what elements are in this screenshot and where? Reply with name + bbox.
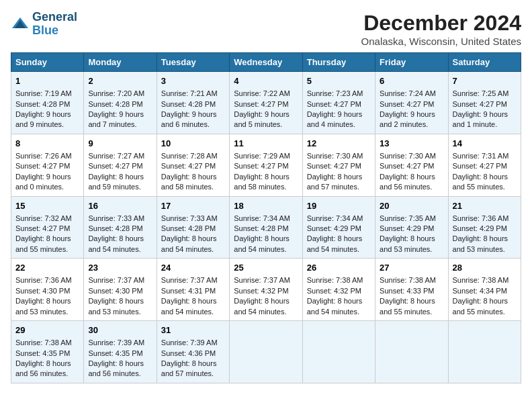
day-info: Sunrise: 7:30 AM Sunset: 4:27 PM Dayligh… xyxy=(380,152,436,191)
day-info: Sunrise: 7:35 AM Sunset: 4:29 PM Dayligh… xyxy=(380,214,436,253)
day-info: Sunrise: 7:21 AM Sunset: 4:28 PM Dayligh… xyxy=(161,89,218,128)
week-row-1: 1Sunrise: 7:19 AM Sunset: 4:28 PM Daylig… xyxy=(11,72,521,134)
calendar-cell xyxy=(375,321,448,383)
day-info: Sunrise: 7:28 AM Sunset: 4:27 PM Dayligh… xyxy=(161,152,218,191)
header: General Blue December 2024 Onalaska, Wis… xyxy=(11,11,521,47)
day-info: Sunrise: 7:20 AM Sunset: 4:28 PM Dayligh… xyxy=(88,89,144,128)
calendar-cell: 8Sunrise: 7:26 AM Sunset: 4:27 PM Daylig… xyxy=(11,134,84,196)
day-info: Sunrise: 7:33 AM Sunset: 4:28 PM Dayligh… xyxy=(88,214,144,253)
day-number: 11 xyxy=(234,138,298,150)
day-info: Sunrise: 7:29 AM Sunset: 4:27 PM Dayligh… xyxy=(234,152,290,191)
day-info: Sunrise: 7:37 AM Sunset: 4:32 PM Dayligh… xyxy=(234,276,290,315)
day-info: Sunrise: 7:25 AM Sunset: 4:27 PM Dayligh… xyxy=(453,89,509,128)
calendar-cell xyxy=(448,321,521,383)
day-number: 25 xyxy=(234,262,298,274)
calendar-cell xyxy=(230,321,302,383)
day-info: Sunrise: 7:27 AM Sunset: 4:27 PM Dayligh… xyxy=(88,152,144,191)
day-number: 9 xyxy=(88,138,152,150)
day-number: 30 xyxy=(88,324,152,336)
day-number: 19 xyxy=(307,200,371,212)
day-info: Sunrise: 7:37 AM Sunset: 4:30 PM Dayligh… xyxy=(88,276,144,315)
calendar-cell: 31Sunrise: 7:39 AM Sunset: 4:36 PM Dayli… xyxy=(157,321,229,383)
day-number: 10 xyxy=(161,138,225,150)
day-info: Sunrise: 7:31 AM Sunset: 4:27 PM Dayligh… xyxy=(453,152,509,191)
calendar-cell: 2Sunrise: 7:20 AM Sunset: 4:28 PM Daylig… xyxy=(84,72,157,134)
day-number: 1 xyxy=(15,75,79,87)
day-number: 22 xyxy=(15,262,79,274)
day-number: 7 xyxy=(453,75,517,87)
calendar-cell: 19Sunrise: 7:34 AM Sunset: 4:29 PM Dayli… xyxy=(302,196,375,259)
calendar-cell: 24Sunrise: 7:37 AM Sunset: 4:31 PM Dayli… xyxy=(157,259,229,321)
day-number: 26 xyxy=(307,262,371,274)
day-info: Sunrise: 7:22 AM Sunset: 4:27 PM Dayligh… xyxy=(234,89,290,128)
logo-line2: Blue xyxy=(32,24,77,38)
day-info: Sunrise: 7:38 AM Sunset: 4:34 PM Dayligh… xyxy=(453,276,509,315)
calendar-cell: 29Sunrise: 7:38 AM Sunset: 4:35 PM Dayli… xyxy=(11,321,84,383)
calendar-cell: 11Sunrise: 7:29 AM Sunset: 4:27 PM Dayli… xyxy=(230,134,302,196)
main-title: December 2024 xyxy=(361,11,521,36)
calendar-cell: 15Sunrise: 7:32 AM Sunset: 4:27 PM Dayli… xyxy=(11,196,84,259)
calendar-table: SundayMondayTuesdayWednesdayThursdayFrid… xyxy=(11,52,521,383)
day-number: 13 xyxy=(380,138,443,150)
day-number: 27 xyxy=(380,262,443,274)
header-day-friday: Friday xyxy=(375,53,448,72)
day-number: 21 xyxy=(453,200,517,212)
calendar-cell: 6Sunrise: 7:24 AM Sunset: 4:27 PM Daylig… xyxy=(375,72,448,134)
logo-line1: General xyxy=(32,11,77,24)
day-number: 17 xyxy=(161,200,225,212)
day-number: 4 xyxy=(234,75,298,87)
calendar-cell: 3Sunrise: 7:21 AM Sunset: 4:28 PM Daylig… xyxy=(157,72,229,134)
day-number: 16 xyxy=(88,200,152,212)
logo: General Blue xyxy=(11,11,77,38)
day-info: Sunrise: 7:19 AM Sunset: 4:28 PM Dayligh… xyxy=(15,89,72,128)
calendar-cell: 16Sunrise: 7:33 AM Sunset: 4:28 PM Dayli… xyxy=(84,196,157,259)
calendar-cell: 30Sunrise: 7:39 AM Sunset: 4:35 PM Dayli… xyxy=(84,321,157,383)
day-info: Sunrise: 7:23 AM Sunset: 4:27 PM Dayligh… xyxy=(307,89,363,128)
day-number: 31 xyxy=(161,324,225,336)
header-day-monday: Monday xyxy=(84,53,157,72)
calendar-cell: 18Sunrise: 7:34 AM Sunset: 4:28 PM Dayli… xyxy=(230,196,302,259)
day-number: 20 xyxy=(380,200,443,212)
calendar-cell: 26Sunrise: 7:38 AM Sunset: 4:32 PM Dayli… xyxy=(302,259,375,321)
day-number: 12 xyxy=(307,138,371,150)
calendar-cell: 21Sunrise: 7:36 AM Sunset: 4:29 PM Dayli… xyxy=(448,196,521,259)
day-info: Sunrise: 7:34 AM Sunset: 4:29 PM Dayligh… xyxy=(307,214,363,253)
calendar-cell: 27Sunrise: 7:38 AM Sunset: 4:33 PM Dayli… xyxy=(375,259,448,321)
day-number: 18 xyxy=(234,200,298,212)
day-info: Sunrise: 7:34 AM Sunset: 4:28 PM Dayligh… xyxy=(234,214,290,253)
calendar-cell: 28Sunrise: 7:38 AM Sunset: 4:34 PM Dayli… xyxy=(448,259,521,321)
day-info: Sunrise: 7:38 AM Sunset: 4:33 PM Dayligh… xyxy=(380,276,436,315)
calendar-cell: 13Sunrise: 7:30 AM Sunset: 4:27 PM Dayli… xyxy=(375,134,448,196)
day-number: 8 xyxy=(15,138,79,150)
title-area: December 2024 Onalaska, Wisconsin, Unite… xyxy=(361,11,521,47)
calendar-cell: 17Sunrise: 7:33 AM Sunset: 4:28 PM Dayli… xyxy=(157,196,229,259)
day-info: Sunrise: 7:36 AM Sunset: 4:30 PM Dayligh… xyxy=(15,276,72,315)
day-number: 28 xyxy=(453,262,517,274)
header-day-tuesday: Tuesday xyxy=(157,53,229,72)
header-row: SundayMondayTuesdayWednesdayThursdayFrid… xyxy=(11,53,521,72)
day-number: 15 xyxy=(15,200,79,212)
day-number: 14 xyxy=(453,138,517,150)
header-day-wednesday: Wednesday xyxy=(230,53,302,72)
calendar-cell: 1Sunrise: 7:19 AM Sunset: 4:28 PM Daylig… xyxy=(11,72,84,134)
calendar-cell: 9Sunrise: 7:27 AM Sunset: 4:27 PM Daylig… xyxy=(84,134,157,196)
calendar-cell: 5Sunrise: 7:23 AM Sunset: 4:27 PM Daylig… xyxy=(302,72,375,134)
logo-icon xyxy=(11,16,30,32)
day-info: Sunrise: 7:39 AM Sunset: 4:35 PM Dayligh… xyxy=(88,338,144,377)
calendar-cell: 7Sunrise: 7:25 AM Sunset: 4:27 PM Daylig… xyxy=(448,72,521,134)
header-day-sunday: Sunday xyxy=(11,53,84,72)
week-row-5: 29Sunrise: 7:38 AM Sunset: 4:35 PM Dayli… xyxy=(11,321,521,383)
day-number: 2 xyxy=(88,75,152,87)
day-info: Sunrise: 7:30 AM Sunset: 4:27 PM Dayligh… xyxy=(307,152,363,191)
day-info: Sunrise: 7:36 AM Sunset: 4:29 PM Dayligh… xyxy=(453,214,509,253)
calendar-cell: 25Sunrise: 7:37 AM Sunset: 4:32 PM Dayli… xyxy=(230,259,302,321)
calendar-cell: 12Sunrise: 7:30 AM Sunset: 4:27 PM Dayli… xyxy=(302,134,375,196)
subtitle: Onalaska, Wisconsin, United States xyxy=(361,36,521,47)
day-number: 5 xyxy=(307,75,371,87)
day-info: Sunrise: 7:33 AM Sunset: 4:28 PM Dayligh… xyxy=(161,214,218,253)
calendar-cell: 14Sunrise: 7:31 AM Sunset: 4:27 PM Dayli… xyxy=(448,134,521,196)
day-info: Sunrise: 7:32 AM Sunset: 4:27 PM Dayligh… xyxy=(15,214,72,253)
week-row-3: 15Sunrise: 7:32 AM Sunset: 4:27 PM Dayli… xyxy=(11,196,521,259)
day-info: Sunrise: 7:38 AM Sunset: 4:32 PM Dayligh… xyxy=(307,276,363,315)
calendar-cell xyxy=(302,321,375,383)
